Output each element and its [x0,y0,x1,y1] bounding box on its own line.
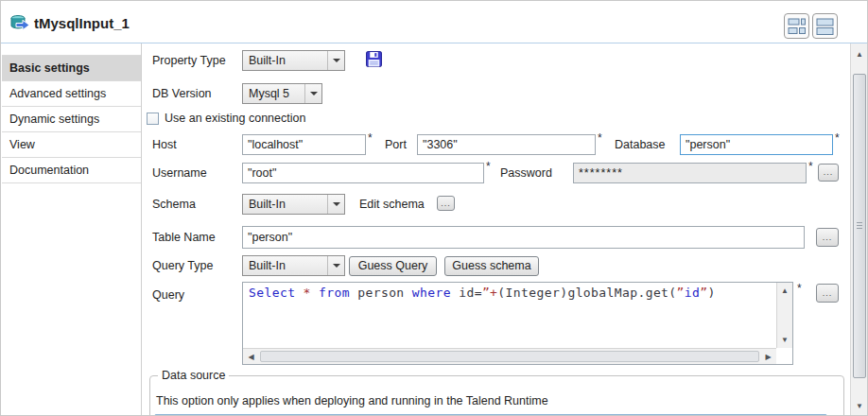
scroll-left-icon[interactable]: ◀ [244,350,258,363]
username-required-marker: * [486,160,491,173]
db-version-value: Mysql 5 [249,87,289,100]
sidebar-divider [141,43,142,416]
query-horizontal-scrollbar[interactable]: ◀ ▶ [243,348,776,364]
row-layout-view-button[interactable] [812,13,838,39]
chevron-down-icon [304,84,321,103]
password-ellipsis-button[interactable]: ... [818,164,839,182]
chevron-down-icon [327,256,344,275]
schema-label: Schema [152,194,196,215]
data-source-group: Data source This option only applies whe… [149,375,844,416]
password-input[interactable]: ******** [573,163,807,183]
mysql-input-component-icon [10,15,30,32]
query-type-value: Built-In [249,259,286,272]
password-required-marker: * [808,160,813,173]
query-type-label: Query Type [152,255,213,276]
scroll-down-icon[interactable]: ▼ [852,396,867,415]
property-type-value: Built-In [249,54,286,67]
header: tMysqlInput_1 [1,1,868,43]
host-input[interactable]: "localhost" [242,134,366,155]
port-label: Port [385,134,407,155]
sidebar-item-basic-settings[interactable]: Basic settings [2,55,141,81]
query-required-marker: * [797,282,802,295]
data-source-legend: Data source [158,369,229,383]
table-name-ellipsis-button[interactable]: ... [816,228,839,247]
schema-select[interactable]: Built-In [242,194,345,215]
guess-schema-button[interactable]: Guess schema [444,256,539,276]
component-settings-panel: tMysqlInput_1 Basic settings Advanced se… [0,0,868,416]
data-source-note: This option only applies when deploying … [156,391,548,410]
db-version-select[interactable]: Mysql 5 [242,83,322,104]
property-type-select[interactable]: Built-In [242,50,345,71]
guess-query-button[interactable]: Guess Query [349,256,437,276]
host-label: Host [152,134,177,155]
sidebar-item-advanced-settings[interactable]: Advanced settings [2,81,141,107]
username-label: Username [152,163,207,183]
schema-value: Built-In [249,198,286,211]
host-required-marker: * [368,131,373,145]
database-input[interactable]: "person" [680,134,833,155]
scroll-up-icon[interactable]: ▲ [852,44,867,63]
query-ellipsis-button[interactable]: ... [816,284,839,303]
port-required-marker: * [598,131,602,145]
horizontal-scrollbar-thumb[interactable] [260,351,759,362]
use-existing-connection-checkbox[interactable] [147,113,159,125]
sidebar-item-documentation[interactable]: Documentation [2,158,141,183]
property-type-label: Property Type [152,50,226,71]
database-required-marker: * [835,131,840,145]
scroll-up-icon[interactable]: ▲ [778,284,791,298]
edit-schema-ellipsis-button[interactable]: ... [437,196,455,211]
sidebar-item-dynamic-settings[interactable]: Dynamic settings [2,107,141,132]
sidebar: Basic settings Advanced settings Dynamic… [1,43,141,416]
chevron-down-icon [327,195,344,214]
vertical-scrollbar-thumb[interactable] [853,74,866,378]
query-code: Select * from person where id=”+(Integer… [249,286,770,300]
grid-layout-view-button[interactable] [784,13,809,39]
edit-schema-label: Edit schema [359,194,425,215]
database-label: Database [615,134,666,155]
row-layout-icon [813,14,837,38]
grid-layout-icon [785,14,808,38]
scroll-down-icon[interactable]: ▼ [778,333,791,347]
query-editor[interactable]: Select * from person where id=”+(Integer… [242,282,793,365]
page-title: tMysqlInput_1 [34,13,130,34]
port-input[interactable]: "3306" [417,134,596,155]
query-type-select[interactable]: Built-In [242,255,345,276]
table-name-label: Table Name [152,227,216,248]
chevron-down-icon [327,51,344,70]
query-label: Query [152,285,184,305]
main-vertical-scrollbar[interactable]: ▲ ▼ [850,43,868,416]
password-label: Password [500,163,552,183]
username-input[interactable]: "root" [242,163,484,183]
save-icon[interactable] [366,51,382,67]
table-name-input[interactable]: "person" [242,226,805,249]
scroll-right-icon[interactable]: ▶ [761,350,775,363]
sidebar-item-view[interactable]: View [2,132,141,158]
query-vertical-scrollbar[interactable]: ▲ ▼ [776,283,792,348]
db-version-label: DB Version [152,83,212,104]
use-existing-connection-label: Use an existing connection [165,108,305,129]
